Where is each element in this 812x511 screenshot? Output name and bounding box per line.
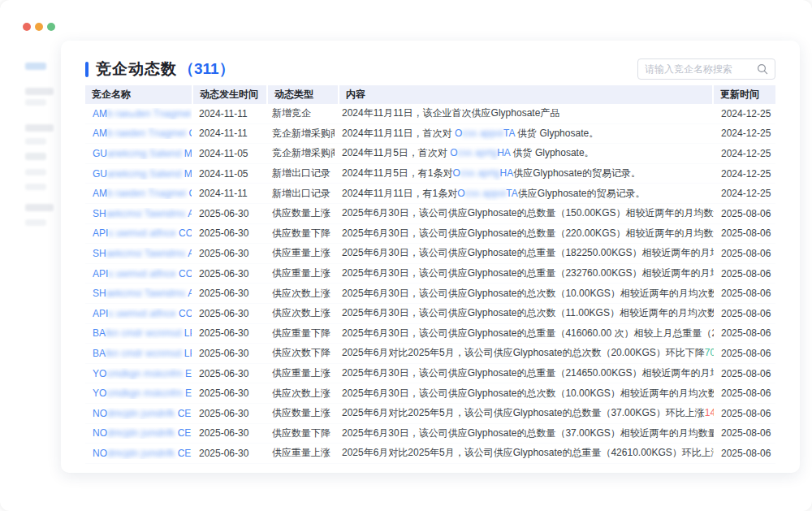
table-row: YOcmdkgn mskcnfm ES...2025-06-30供应重量上涨20… — [85, 364, 775, 384]
company-link[interactable]: HA — [497, 147, 510, 158]
updated-date-cell: 2024-12-25 — [714, 168, 775, 180]
event-type-cell: 供应次数上涨 — [265, 306, 335, 320]
event-type-cell: 新增出口记录 — [265, 187, 335, 201]
company-link[interactable]: css appoi — [465, 188, 507, 199]
competitor-name-cell: NOdmcjdn jsmdnfk CE... — [85, 448, 192, 459]
competitor-name-link[interactable]: NOdmcjdn jsmdnfk CE... — [93, 427, 192, 439]
updated-date-cell: 2024-12-25 — [714, 108, 775, 119]
company-link[interactable]: TA — [503, 128, 515, 139]
maximize-button[interactable] — [47, 23, 55, 31]
updated-date-cell: 2024-12-25 — [714, 188, 775, 199]
company-link[interactable]: O — [453, 167, 460, 179]
sidebar-item[interactable] — [25, 88, 54, 95]
event-date-cell: 2024-11-11 — [192, 108, 265, 119]
competitor-name-link[interactable]: AMb raeهden Tnagmei G... — [93, 108, 192, 119]
table-row: APIs uwmvd atfnce CO...2025-06-30供应重量上涨2… — [85, 264, 775, 284]
table-row: AMb raeهden Tnagmei G...2024-11-11新增竞企20… — [85, 104, 775, 124]
company-link[interactable]: css appoi — [462, 128, 503, 139]
sidebar-item[interactable] — [25, 124, 54, 132]
updated-date-cell: 2025-08-06 — [714, 448, 775, 459]
event-type-cell: 供应重量下降 — [265, 327, 335, 340]
competitor-name-cell: APIs uwmvd atfnce CO... — [85, 308, 192, 319]
competitor-name-link[interactable]: APIs uwmvd atfnce CO... — [93, 308, 192, 319]
competitor-name-cell: SHaekcmsi Tawndms AGR... — [85, 248, 192, 259]
column-header-type: 动态类型 — [268, 85, 338, 104]
updated-date-cell: 2025-08-06 — [714, 208, 775, 219]
updated-date-cell: 2025-08-06 — [714, 308, 775, 319]
sidebar-item[interactable] — [25, 219, 46, 226]
content-cell: 2025年6月30日，该公司供应Glyphosate的总重量（416060.00… — [335, 327, 714, 340]
competitor-name-cell: AMb raeden Tnagmei G... — [85, 188, 192, 199]
sidebar-item[interactable] — [25, 169, 46, 175]
company-link[interactable]: HA — [500, 167, 514, 179]
event-date-cell: 2025-06-30 — [192, 248, 265, 259]
record-count: （311） — [179, 58, 235, 80]
company-link[interactable]: O — [450, 147, 457, 158]
competitor-name-link[interactable]: BAtkn cmdr wcnmsd LP — [93, 327, 192, 339]
company-link[interactable]: O — [457, 188, 464, 199]
minimize-button[interactable] — [35, 23, 43, 31]
updated-date-cell: 2025-08-06 — [714, 248, 775, 259]
competitor-name-link[interactable]: YOcmdkgn mskcnfm ES... — [93, 368, 192, 379]
table-row: NOdmcjdn jsmdnfk CE...2025-06-30供应数量上涨20… — [85, 404, 775, 424]
competitor-name-link[interactable]: AMb raeden Tnagmei G... — [93, 188, 192, 199]
sidebar-item[interactable] — [25, 184, 46, 190]
competitor-name-link[interactable]: BAtkn cmdr wcnmsd LP — [93, 348, 192, 359]
competitor-name-link[interactable]: NOdmcjdn jsmdnfk CE... — [93, 408, 192, 419]
competitor-name-cell: APIs uwmvd atfnce CO... — [85, 227, 192, 239]
competitor-name-link[interactable]: SHaekcmsi Tawndms AGR... — [93, 288, 192, 299]
table-row: AMb raeden Tnagmei G...2024-11-11竞企新增采购商… — [85, 124, 775, 145]
competitor-name-cell: SHaekcmsi Tawndms AGR... — [85, 288, 192, 299]
competitor-name-link[interactable]: GUanekcmg Salwnd MC... — [93, 148, 192, 159]
content-cell: 2025年6月30日，该公司供应Glyphosate的总重量（182250.00… — [335, 246, 714, 260]
competitor-name-link[interactable]: SHaekcmsi Tawndms AGR... — [93, 208, 192, 219]
competitor-name-link[interactable]: APIs uwmvd atfnce CO... — [93, 268, 192, 279]
competitor-name-cell: APIs uwmvd atfnce CO... — [85, 268, 192, 279]
updated-date-cell: 2025-08-06 — [714, 268, 775, 279]
table-row: SHaekcmsi Tawndms AGR...2025-06-30供应重量上涨… — [85, 244, 775, 264]
sidebar-item-active[interactable] — [25, 63, 46, 70]
table-row: BAtkn cmdr wcnmsd LP2025-06-30供应次数下降2025… — [85, 344, 775, 364]
sidebar-item[interactable] — [25, 99, 46, 106]
close-button[interactable] — [23, 23, 31, 31]
content-cell: 2025年6月30日，该公司供应Glyphosate的总次数（10.00KGS）… — [335, 387, 714, 401]
table-row: NOdmcjdn jsmdnfk CE...2025-06-30供应重量上涨20… — [85, 444, 775, 464]
company-link[interactable]: css aprtg — [460, 167, 500, 179]
competitor-name-cell: YOcmdkgn mskcnfm ES... — [85, 388, 192, 399]
search-box[interactable] — [637, 58, 775, 80]
competitor-name-link[interactable]: AMb raeden Tnagmei G... — [93, 128, 192, 139]
content-cell: 2025年6月30日，该公司供应Glyphosate的总数量（150.00KGS… — [335, 206, 714, 220]
competitor-name-link[interactable]: GUanekcmg Salwnd MC... — [93, 168, 192, 180]
competitor-name-link[interactable]: NOdmcjdn jsmdnfk CE... — [93, 448, 192, 459]
competitor-name-cell: BAtkn cmdr wcnmsd LP — [85, 327, 192, 339]
content-cell: 2025年6月30日，该公司供应Glyphosate的总数量（37.00KGS）… — [335, 427, 714, 440]
search-input[interactable] — [645, 63, 757, 75]
content-cell: 2024年11月5日，有1条对Ocss aprtgHA供应Glyphosate的… — [335, 167, 714, 180]
company-link[interactable]: O — [455, 128, 462, 139]
event-type-cell: 竞企新增采购商 — [265, 146, 335, 160]
content-cell: 2024年11月11日，有1条对Ocss appoiTA供应Glyphosate… — [335, 187, 714, 201]
competitor-name-cell: AMb raeهden Tnagmei G... — [85, 108, 192, 119]
sidebar-item[interactable] — [25, 153, 46, 160]
event-date-cell: 2025-06-30 — [192, 308, 265, 319]
event-date-cell: 2025-06-30 — [192, 368, 265, 379]
company-link[interactable]: TA — [506, 188, 517, 199]
content-cell: 2025年6月30日，该公司供应Glyphosate的总次数（11.00KGS）… — [335, 306, 714, 320]
event-date-cell: 2025-06-30 — [192, 348, 265, 359]
event-type-cell: 竞企新增采购商 — [265, 127, 335, 141]
company-link[interactable]: css aprtg — [458, 147, 498, 158]
content-cell: 2025年6月对比2025年5月，该公司供应Glyphosate的总重量（426… — [335, 446, 714, 460]
table-row: GUanekcmg Salwnd MC...2024-11-05竞企新增采购商2… — [85, 144, 775, 164]
competitor-name-link[interactable]: YOcmdkgn mskcnfm ES... — [93, 388, 192, 399]
competitor-name-link[interactable]: APIs uwmvd atfnce CO... — [93, 227, 192, 239]
content-cell: 2024年11月5日，首次对 Ocss aprtgHA 供货 Glyphosat… — [335, 146, 714, 160]
column-header-name: 竞企名称 — [85, 85, 192, 104]
event-type-cell: 新增竞企 — [265, 106, 335, 120]
event-date-cell: 2025-06-30 — [192, 268, 265, 279]
table-row: AMb raeden Tnagmei G...2024-11-11新增出口记录2… — [85, 184, 775, 204]
sidebar-item[interactable] — [25, 138, 46, 145]
search-icon[interactable] — [757, 63, 768, 75]
content-cell: 2025年6月30日，该公司供应Glyphosate的总重量（232760.00… — [335, 266, 714, 280]
competitor-name-link[interactable]: SHaekcmsi Tawndms AGR... — [93, 248, 192, 259]
sidebar-item[interactable] — [25, 204, 54, 211]
